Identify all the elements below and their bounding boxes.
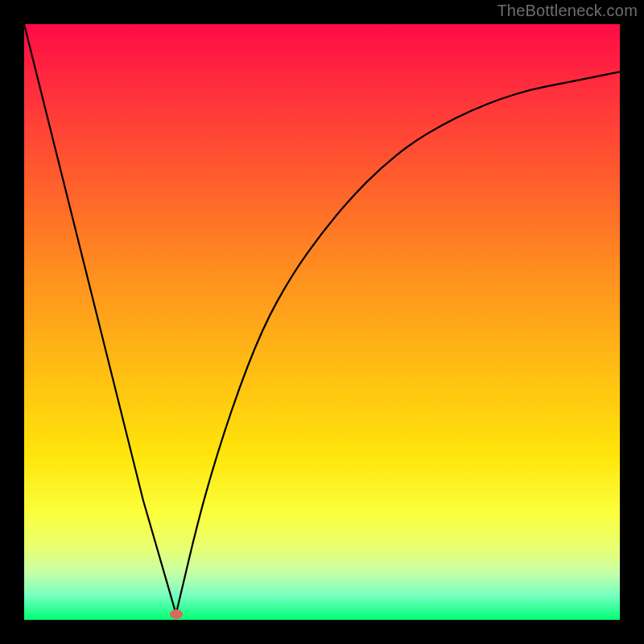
plot-area [24, 24, 620, 620]
bottleneck-curve [24, 24, 620, 614]
minimum-marker [170, 609, 183, 619]
attribution-text: TheBottleneck.com [497, 2, 638, 20]
chart-frame: TheBottleneck.com [0, 0, 644, 644]
curve-svg [24, 24, 620, 620]
